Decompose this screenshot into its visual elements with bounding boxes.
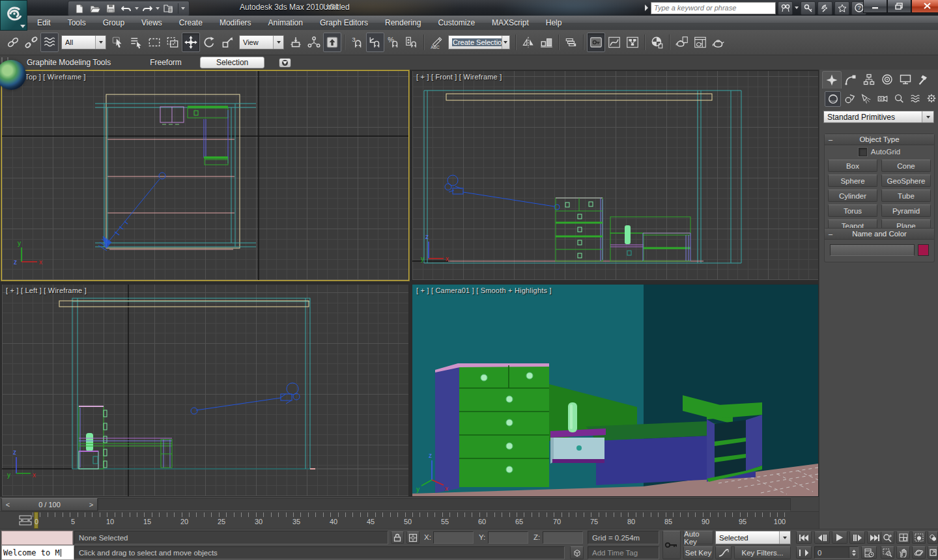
select-by-name-button[interactable] — [127, 33, 145, 52]
graphite-ribbon-toggle-button[interactable] — [587, 33, 605, 52]
search-input[interactable] — [651, 2, 776, 14]
geosphere-button[interactable]: GeoSphere — [881, 175, 931, 187]
search-icon[interactable] — [778, 1, 793, 15]
cone-button[interactable]: Cone — [881, 160, 931, 172]
tab-graphite-modeling-tools[interactable]: Graphite Modeling Tools — [19, 57, 119, 68]
menu-maxscript[interactable]: MAXScript — [483, 16, 537, 30]
project-folder-button[interactable] — [161, 2, 175, 15]
snap-toggle-3d-button[interactable]: 3 — [348, 33, 366, 52]
maxscript-mini-listener[interactable]: Welcome to M — [1, 545, 74, 560]
time-slider-handle[interactable]: < 0 / 100 > — [1, 498, 98, 511]
minimize-button[interactable] — [863, 0, 887, 13]
render-production-button[interactable] — [709, 33, 728, 52]
tab-hierarchy[interactable] — [860, 71, 878, 88]
tab-utilities[interactable] — [915, 71, 933, 88]
bind-to-spacewarp-button[interactable] — [40, 33, 59, 52]
object-type-rollout-header[interactable]: – Object Type — [825, 134, 934, 145]
y-coordinate-field[interactable] — [488, 531, 528, 544]
lights-icon[interactable] — [859, 91, 874, 105]
spinner-snap-button[interactable] — [403, 33, 421, 52]
macro-recorder-pane[interactable] — [1, 531, 73, 545]
add-time-tag-field[interactable]: Add Time Tag — [588, 546, 659, 559]
tube-button[interactable]: Tube — [881, 189, 931, 202]
maximize-viewport-toggle[interactable] — [928, 546, 938, 559]
viewport-front-label[interactable]: [ + ] [ Front ] [ Wireframe ] — [416, 73, 502, 81]
menu-edit[interactable]: Edit — [29, 16, 59, 30]
viewport-left-label[interactable]: [ + ] [ Left ] [ Wireframe ] — [6, 287, 87, 294]
menu-create[interactable]: Create — [171, 16, 211, 30]
zoom-extents-all-button[interactable] — [928, 531, 938, 544]
infocenter-collapse-icon[interactable] — [644, 4, 649, 12]
percent-snap-button[interactable]: % — [384, 33, 403, 52]
keyboard-override-button[interactable] — [323, 33, 341, 52]
z-coordinate-field[interactable] — [543, 531, 583, 544]
render-setup-button[interactable] — [673, 33, 691, 52]
auto-key-button[interactable]: Auto Key — [683, 531, 713, 544]
viewport-front[interactable]: [ + ] [ Front ] [ Wireframe ] — [412, 70, 819, 281]
tab-display[interactable] — [896, 71, 915, 88]
object-name-field[interactable] — [830, 244, 915, 256]
undo-button[interactable] — [119, 2, 134, 15]
zoom-button[interactable] — [881, 531, 894, 544]
redo-dropdown[interactable] — [156, 7, 160, 10]
rectangular-selection-region-button[interactable] — [145, 33, 163, 52]
material-editor-button[interactable] — [648, 33, 666, 52]
undo-dropdown[interactable] — [135, 7, 139, 10]
name-color-rollout-header[interactable]: – Name and Color — [825, 229, 934, 240]
set-key-button[interactable]: Set Key — [683, 546, 713, 559]
menu-animation[interactable]: Animation — [260, 16, 311, 30]
pan-hand-button[interactable] — [896, 546, 910, 559]
previous-frame-arrow[interactable]: < — [2, 501, 14, 509]
angle-snap-button[interactable] — [366, 33, 384, 52]
viewport-camera[interactable]: [ + ] [ Camera01 ] [ Smooth + Highlights… — [412, 284, 819, 497]
align-button[interactable] — [537, 33, 556, 52]
menu-help[interactable]: Help — [537, 16, 571, 30]
geometry-icon[interactable] — [825, 91, 841, 107]
selection-lock-toggle[interactable] — [391, 531, 404, 544]
track-bar[interactable]: 0 5 10 15 20 25 30 35 40 45 50 55 60 65 … — [0, 511, 819, 529]
menu-customize[interactable]: Customize — [429, 16, 483, 30]
space-warps-icon[interactable] — [907, 91, 922, 105]
select-and-manipulate-button[interactable] — [305, 33, 323, 52]
next-frame-arrow[interactable]: > — [85, 501, 97, 509]
play-button[interactable] — [832, 531, 847, 544]
layer-manager-button[interactable] — [562, 33, 580, 52]
unlink-selection-button[interactable] — [22, 33, 40, 52]
viewport-camera-label[interactable]: [ + ] [ Camera01 ] [ Smooth + Highlights… — [416, 287, 552, 294]
zoom-region-button[interactable] — [881, 546, 894, 559]
sphere-button[interactable]: Sphere — [828, 175, 877, 187]
edit-named-selection-sets-button[interactable]: ABC — [427, 33, 446, 52]
tab-motion[interactable] — [878, 71, 896, 88]
tab-selection[interactable]: Selection — [200, 57, 264, 68]
next-frame-button[interactable] — [849, 531, 865, 544]
key-mode-toggle[interactable] — [796, 546, 812, 559]
torus-button[interactable]: Torus — [828, 204, 877, 217]
communication-center-icon[interactable] — [817, 1, 832, 15]
menu-graph-editors[interactable]: Graph Editors — [311, 16, 377, 30]
key-filter-set-dropdown[interactable]: Selected — [715, 531, 791, 544]
pyramid-button[interactable]: Pyramid — [881, 204, 931, 217]
zoom-extents-button[interactable] — [912, 531, 926, 544]
box-button[interactable]: Box — [828, 160, 877, 172]
current-frame-field[interactable]: 0 — [814, 546, 859, 559]
zoom-all-button[interactable] — [896, 531, 910, 544]
select-object-button[interactable] — [109, 33, 127, 52]
go-to-start-button[interactable] — [796, 531, 812, 544]
open-file-button[interactable] — [88, 2, 102, 15]
object-color-swatch[interactable] — [918, 244, 929, 256]
close-button[interactable] — [911, 0, 938, 13]
select-and-scale-button[interactable] — [218, 33, 236, 52]
helpers-icon[interactable] — [891, 91, 906, 105]
new-file-button[interactable] — [72, 2, 87, 15]
application-menu-button[interactable] — [0, 0, 27, 31]
key-filters-button[interactable]: Key Filters... — [734, 546, 791, 559]
select-and-move-button[interactable] — [182, 33, 200, 52]
menu-tools[interactable]: Tools — [59, 16, 94, 30]
cylinder-button[interactable]: Cylinder — [828, 189, 877, 202]
time-slider-track[interactable] — [98, 498, 791, 511]
mirror-button[interactable] — [519, 33, 537, 52]
default-tangent-button[interactable] — [715, 546, 732, 559]
schematic-view-button[interactable] — [623, 33, 642, 52]
qat-customize-dropdown[interactable] — [181, 7, 185, 10]
named-selection-sets-dropdown[interactable]: Create Selection Se — [448, 35, 510, 49]
